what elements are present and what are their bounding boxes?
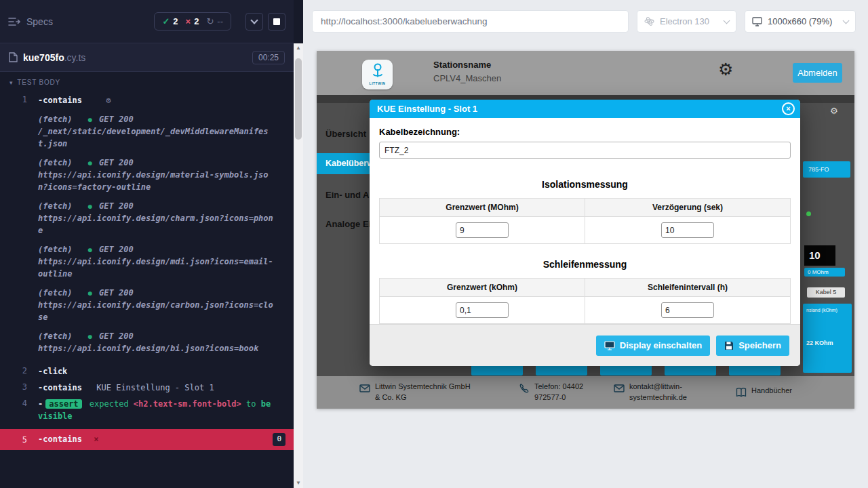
spec-file-row[interactable]: kue705fo.cy.ts 00:25 — [0, 43, 294, 72]
fetch-url: /_next/static/development/_devMiddleware… — [38, 125, 277, 150]
scrollbar-thumb[interactable] — [295, 58, 302, 140]
network-log-entry: (fetch) ● GET 200 https://api.iconify.de… — [38, 330, 277, 354]
fetch-tag: (fetch) — [38, 158, 73, 167]
measurement-unit-chip: 0 MOhm — [804, 268, 845, 277]
command-row-click[interactable]: 2 -click — [0, 365, 294, 378]
test-body-toggle[interactable]: ▾ TEST BODY — [0, 72, 294, 90]
loop-limit-input[interactable] — [456, 302, 509, 318]
nav-item-ein-ausgaenge[interactable]: Ein- und Au — [326, 190, 374, 200]
command-row-contains-1[interactable]: 1 -contains ⚙ (fetch) ● GET 200 /_next/s… — [0, 94, 294, 354]
modal-body: Kabelbezeichnung: Isolationsmessung Gren… — [370, 118, 800, 324]
cable-designation-input[interactable] — [379, 142, 791, 159]
measurement-value-display: 10 — [804, 245, 835, 266]
kohm-label: nsiand (kOhm) — [806, 308, 852, 312]
specs-menu-icon[interactable] — [8, 17, 20, 26]
browser-select[interactable]: Electron 130 — [637, 10, 736, 33]
isolation-limit-input[interactable] — [456, 222, 509, 238]
fetch-tag: (fetch) — [38, 288, 73, 298]
app-header: LITTWIN Stationsname CPLV4_Maschen ⚙ Abm… — [317, 51, 854, 95]
spec-file-icon — [9, 52, 18, 62]
phone-text: Telefon: 04402 972577-0 — [534, 382, 597, 403]
display-on-label: Display einschalten — [620, 340, 702, 350]
modal-footer: Display einschalten Speichern — [370, 324, 800, 366]
status-dot-icon: ● — [88, 289, 92, 297]
fetch-tag: (fetch) — [38, 331, 73, 341]
fetch-url: https://api.iconify.design/material-symb… — [38, 169, 277, 193]
command-row-contains-2[interactable]: 3 -contains KUE Einstellung - Slot 1 — [0, 382, 294, 394]
assert-visible: visible — [38, 411, 73, 421]
failed-count: 2 — [194, 16, 199, 26]
collapse-button[interactable] — [245, 13, 263, 30]
url-input[interactable] — [312, 10, 629, 33]
save-floppy-icon — [724, 341, 734, 350]
nav-item-analoge-eingaenge[interactable]: Analoge Ei — [326, 219, 371, 229]
viewport-select-label: 1000x660 (79%) — [768, 16, 832, 26]
slot-gear-icon[interactable]: ⚙ — [830, 106, 838, 116]
aut-panel: Electron 130 1000x660 (79%) LITTWIN Stat… — [303, 0, 868, 488]
loop-measurement-card: nsiand (kOhm) 22 KOhm — [803, 304, 852, 369]
caret-down-icon: ▾ — [9, 79, 13, 86]
passed-stat: ✓ 2 — [162, 16, 178, 26]
chevron-down-icon — [724, 17, 730, 24]
loop-interval-input[interactable] — [661, 302, 714, 318]
app-logo: LITTWIN — [362, 60, 393, 89]
nav-item-uebersicht[interactable]: Übersicht — [326, 129, 366, 139]
command-name: -contains — [38, 434, 82, 444]
command-row-contains-failed[interactable]: 5 -contains × 0 — [0, 429, 294, 450]
footer-manuals-link[interactable]: Handbücher — [736, 386, 792, 398]
status-dot-icon: ● — [88, 203, 92, 210]
fetch-method: GET 200 — [99, 288, 134, 298]
close-icon[interactable]: × — [782, 102, 795, 115]
display-on-button[interactable]: Display einschalten — [596, 336, 710, 356]
network-log-entry: (fetch) ● GET 200 https://api.iconify.de… — [38, 243, 277, 280]
fetch-url: https://api.iconify.design/carbon.json?i… — [38, 299, 277, 323]
scroll-up-icon[interactable]: ▲ — [294, 43, 303, 53]
status-dot-icon: ● — [88, 333, 92, 340]
failed-stat: × 2 — [186, 16, 199, 26]
network-log-entry: (fetch) ● GET 200 /_next/static/developm… — [38, 113, 277, 150]
network-log-entry: (fetch) ● GET 200 https://api.iconify.de… — [38, 200, 277, 237]
isolation-col-limit: Grenzwert (MOhm) — [380, 199, 585, 217]
save-label: Speichern — [738, 340, 781, 350]
littwin-logo-icon — [371, 62, 384, 79]
network-log-entry: (fetch) ● GET 200 https://api.iconify.de… — [38, 157, 277, 193]
monitor-icon — [752, 17, 762, 26]
isolation-delay-input[interactable] — [661, 222, 714, 238]
modal-header: KUE Einstellung - Slot 1 × — [370, 100, 800, 118]
command-number: 1 — [0, 94, 38, 354]
assert-dash: - — [38, 399, 43, 409]
loop-col-limit: Grenzwert (kOhm) — [380, 279, 585, 297]
command-name: -contains — [38, 383, 82, 392]
footer-email: kontakt@littwin-systemtechnik.de — [614, 382, 705, 403]
book-icon — [736, 387, 747, 398]
status-dot-icon: ● — [88, 246, 92, 253]
scroll-down-icon[interactable]: ▼ — [294, 479, 303, 488]
command-argument: KUE Einstellung - Slot 1 — [96, 383, 214, 392]
assert-target-element: <h2.text-sm.font-bold> — [134, 399, 241, 409]
company-text: Littwin Systemtechnik GmbH & Co. KG — [375, 382, 471, 403]
stop-icon — [273, 18, 280, 25]
stop-button[interactable] — [268, 13, 285, 30]
logout-button[interactable]: Abmelden — [793, 63, 842, 83]
save-button[interactable]: Speichern — [716, 336, 789, 356]
station-label: Stationsname — [433, 60, 501, 70]
command-number: 2 — [0, 365, 38, 378]
fetch-method: GET 200 — [99, 115, 134, 124]
pending-count: -- — [217, 16, 223, 26]
settings-gear-icon[interactable]: ⚙ — [718, 61, 733, 78]
cross-icon: × — [186, 16, 191, 26]
status-dot-icon: ● — [88, 159, 92, 167]
refresh-icon: ↻ — [206, 16, 214, 26]
check-icon: ✓ — [162, 16, 170, 26]
spec-name: kue705fo.cy.ts — [23, 52, 85, 63]
manuals-text: Handbücher — [751, 386, 792, 398]
cable-name-chip: Kabel 5 — [807, 287, 845, 298]
phone-icon — [519, 383, 530, 394]
runner-scrollbar[interactable]: ▲ ▼ — [294, 0, 303, 488]
fetch-method: GET 200 — [99, 245, 134, 254]
scrollbar-track[interactable]: ▲ ▼ — [294, 43, 303, 488]
fail-cross-icon: × — [94, 434, 98, 444]
command-row-assert[interactable]: 4 -assert expected <h2.text-sm.font-bold… — [0, 398, 294, 422]
isolation-table: Grenzwert (MOhm) Verzögerung (sek) — [379, 198, 791, 244]
viewport-select[interactable]: 1000x660 (79%) — [745, 10, 856, 33]
